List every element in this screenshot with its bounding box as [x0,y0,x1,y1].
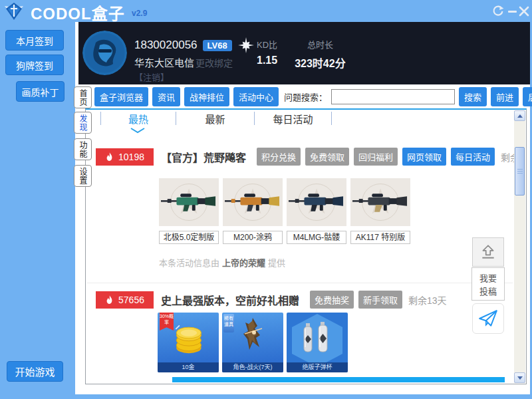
vertical-scrollbar[interactable] [514,110,525,383]
search-label: 问题搜索： [284,90,327,103]
gold-coins-image [170,319,207,356]
rare-item-badge: 稀有道具 [223,314,234,332]
user-stats: KD比 1.15 总时长 323时42分 [257,38,346,70]
activity-center-button[interactable]: 活动中心 [233,87,279,106]
content-area: 最热 最新 每日活动 10198 【官方】荒野飚客 积分兑换 免费领取 回归福利… [85,108,527,384]
playtime-value: 323时42分 [295,55,346,70]
kd-value: 1.15 [257,55,277,66]
news-button[interactable]: 资讯 [152,87,180,106]
start-game-button[interactable]: 开始游戏 [7,361,63,382]
weapon-name: 北极5.0定制版 [159,231,219,244]
tag-newbie-claim: 新手领取 [358,291,402,309]
tab-hottest[interactable]: 最热 [100,112,176,125]
weapon-image: ★ [159,178,219,226]
prize-caption: 绝版子弹杯 [287,362,348,372]
user-id: 1830020056 [134,39,198,52]
prize-list: 30%概率 10金 稀有道具 [158,313,348,372]
logout-link[interactable]: 【注销】 [134,70,169,83]
horizontal-scrollbar-thumb[interactable] [172,377,505,382]
search-button[interactable]: 搜索 [459,87,487,106]
hot-count: 10198 [118,152,144,162]
activity-row: 10198 【官方】荒野飚客 积分兑换 免费领取 回归福利 网页领取 每日活动 … [96,148,525,166]
side-tab-strip: 首页 发现 功能 设置 [74,86,92,193]
refresh-icon[interactable] [491,5,505,18]
change-binding-link[interactable]: 更改绑定 [196,56,233,69]
tag-web-claim[interactable]: 网页领取 [402,148,446,166]
playtime-label: 总时长 [295,38,346,51]
tag-free-lottery: 免费抽奖 [310,291,354,309]
submit-post-button[interactable]: 我要 投稿 [471,267,505,301]
prize-card-coins[interactable]: 30%概率 10金 [158,313,219,372]
tag-free-claim: 免费领取 [305,148,349,166]
hot-count-badge[interactable]: 10198 [96,148,154,166]
minimize-icon[interactable] [507,8,517,15]
tab-functions[interactable]: 功能 [74,138,92,160]
weapon-name: M4LMG-骷髅 [287,231,346,244]
weapon-name: AK117 特别版 [350,231,410,244]
tab-settings[interactable]: 设置 [74,165,92,187]
weapon-card[interactable]: ★ M200-涂鸦 [223,178,283,244]
tab-newest[interactable]: 最新 [176,112,254,125]
graphics-patch-button[interactable]: 画质补丁 [16,81,65,102]
tag-daily-activity[interactable]: 每日活动 [451,148,495,166]
tag-return-benefit: 回归福利 [354,148,398,166]
app-version: v2.9 [132,9,147,18]
weapon-name: M200-涂鸦 [223,231,283,244]
app-title: CODOL盒子 [31,1,125,24]
titlebar: CODOL盒子 v2.9 [0,0,532,22]
box-browser-button[interactable]: 盒子浏览器 [94,87,148,106]
chevron-down-icon [130,127,146,134]
probability-ribbon: 30%概率 [160,313,174,331]
prize-caption: 10金 [158,362,219,372]
app-window: CODOL盒子 v2.9 本月签到 狗牌签到 画质补丁 开始游戏 [0,0,532,399]
user-region: 华东大区电信 [134,55,194,69]
upload-icon [479,243,497,261]
tab-daily[interactable]: 每日活动 [254,112,332,125]
monthly-signin-button[interactable]: 本月签到 [5,30,64,51]
hot-count-badge[interactable]: 57656 [96,291,154,309]
playtime-stat: 总时长 323时42分 [295,38,346,70]
scroll-up-button[interactable] [514,110,525,121]
provider-name: 上帝的荣耀 [222,258,265,268]
tab-discover[interactable]: 发现 [74,112,92,134]
feedback-button[interactable] [472,303,504,334]
flame-icon [105,152,114,162]
provider-line: 本条活动信息由上帝的荣耀提供 [159,256,285,269]
weapon-card[interactable]: ★ AK117 特别版 [350,178,410,244]
upload-button[interactable] [472,237,504,267]
weapon-list: ★ 北极5.0定制版 ★ [159,178,410,244]
dogtag-signin-button[interactable]: 狗牌签到 [5,55,64,75]
weapon-image: ★ [287,178,346,226]
remaining-days: 剩余13天 [408,293,447,307]
close-icon[interactable] [517,5,531,18]
activity-title[interactable]: 【官方】荒野飚客 [161,149,246,165]
hot-count: 57656 [118,295,144,305]
weapon-image: ★ [350,178,410,226]
avatar[interactable] [82,31,127,75]
scrollbar-thumb[interactable] [515,147,525,196]
kd-stat: KD比 1.15 [257,38,277,70]
character-item-image [235,317,270,359]
activity-title[interactable]: 史上最强版本，空前好礼相赠 [161,292,299,308]
back-button[interactable]: 后退 [523,87,532,106]
kd-label: KD比 [257,38,277,51]
app-logo-icon [4,1,24,21]
bottles-image [298,318,336,358]
search-input[interactable] [331,89,455,104]
weapon-image: ★ [223,178,283,226]
submit-post-label: 我要 [472,272,504,285]
weapon-card[interactable]: ★ M4LMG-骷髅 [287,178,346,244]
ranking-button[interactable]: 战神排位 [184,87,229,106]
prize-card-character[interactable]: 稀有道具 角色-战火(7天) [222,313,283,372]
weapon-card[interactable]: ★ 北极5.0定制版 [159,178,219,244]
scroll-down-button[interactable] [514,372,525,383]
paper-plane-icon [478,309,498,328]
level-badge: LV68 [203,40,232,51]
content-tabs: 最热 最新 每日活动 [100,112,332,125]
tab-home[interactable]: 首页 [74,86,92,108]
divider [87,283,513,283]
forward-button[interactable]: 前进 [491,87,519,106]
prize-card-bottles[interactable]: 绝版子弹杯 [287,313,348,372]
flame-icon [105,295,114,305]
sparkle-icon [237,37,255,54]
